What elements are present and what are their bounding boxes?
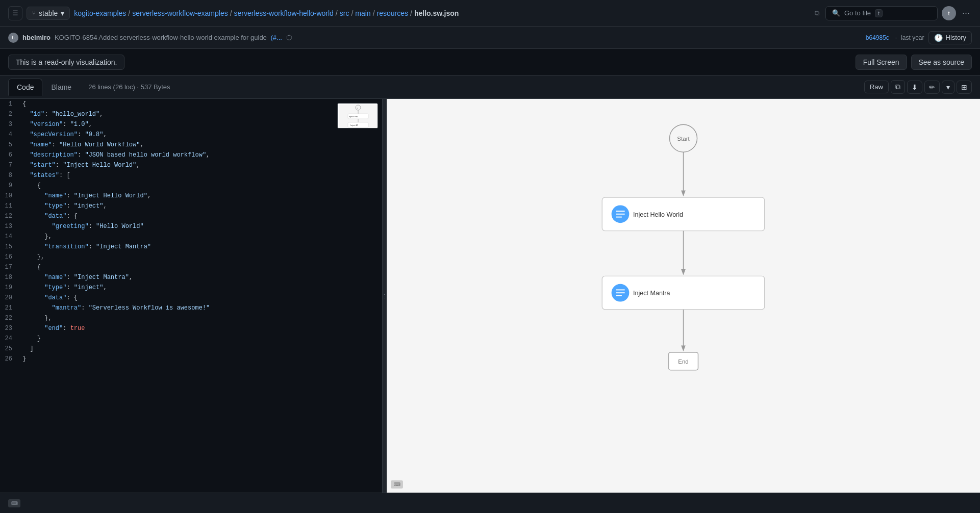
table-row: 23 "end": true <box>0 323 382 334</box>
history-button[interactable]: 🕐 History <box>928 31 972 44</box>
table-row: 20 "data": { <box>0 293 382 303</box>
line-number: 23 <box>0 323 20 334</box>
fullscreen-button[interactable]: Full Screen <box>856 55 907 70</box>
line-number: 5 <box>0 140 20 150</box>
line-code: "description": "JSON based hello world w… <box>20 150 382 160</box>
table-row: 4 "specVersion": "0.8", <box>0 130 382 140</box>
table-row: 19 "type": "inject", <box>0 283 382 293</box>
line-number: 12 <box>0 211 20 221</box>
search-icon: 🔍 <box>832 9 840 17</box>
line-number: 20 <box>0 293 20 303</box>
line-code: "states": [ <box>20 170 382 181</box>
edit-icon: ✏ <box>929 83 935 91</box>
chevron-down-icon: ▾ <box>946 83 950 91</box>
line-number: 18 <box>0 272 20 283</box>
breadcrumb-serverless-workflow-hello-world[interactable]: serverless-workflow-hello-world <box>234 9 334 17</box>
line-code: "id": "hello_world", <box>20 109 382 119</box>
line-code: { <box>20 99 382 109</box>
file-toolbar: Code Blame 26 lines (26 loc) · 537 Bytes… <box>0 75 980 99</box>
tab-blame[interactable]: Blame <box>42 79 80 96</box>
line-code: } <box>20 354 382 364</box>
tab-code[interactable]: Code <box>8 79 42 96</box>
line-code: { <box>20 181 382 191</box>
edit-chevron-button[interactable]: ▾ <box>942 81 954 94</box>
table-row: 5 "name": "Hello World Workflow", <box>0 140 382 150</box>
raw-button[interactable]: Raw <box>864 81 889 93</box>
table-row: 8 "states": [ <box>0 170 382 181</box>
copy-path-button[interactable]: ⧉ <box>813 7 821 19</box>
split-view-button[interactable]: ⊞ <box>957 81 972 94</box>
commit-pr-ref[interactable]: (#... <box>270 34 282 41</box>
table-row: 10 "name": "Inject Hello World", <box>0 191 382 201</box>
top-navbar: ☰ ⑂ stable ▾ kogito-examples / serverles… <box>0 0 980 27</box>
line-code: "name": "Inject Hello World", <box>20 191 382 201</box>
commit-bar: h hbelmiro KOGITO-6854 Added serverless-… <box>0 27 980 49</box>
viz-banner: This is a read-only visualization. Full … <box>0 49 980 75</box>
line-number: 16 <box>0 252 20 262</box>
line-code: } <box>20 334 382 344</box>
minimap-thumbnail: S Inject HW Inject M <box>337 103 378 129</box>
line-code: "version": "1.0", <box>20 119 382 130</box>
branch-selector[interactable]: ⑂ stable ▾ <box>27 7 70 20</box>
commit-time: last year <box>901 34 924 41</box>
copy-raw-button[interactable]: ⧉ <box>891 80 905 94</box>
svg-text:S: S <box>357 107 358 110</box>
search-kbd: t <box>875 9 883 17</box>
line-number: 8 <box>0 170 20 181</box>
breadcrumb-src[interactable]: src <box>340 9 349 17</box>
line-number: 4 <box>0 130 20 140</box>
line-number: 26 <box>0 354 20 364</box>
more-options-button[interactable]: ··· <box>960 6 972 20</box>
start-label: Start <box>677 136 690 142</box>
line-number: 3 <box>0 119 20 130</box>
line-number: 2 <box>0 109 20 119</box>
line-code: }, <box>20 313 382 323</box>
breadcrumb-resources[interactable]: resources <box>377 9 408 17</box>
code-table: 1 { 2 "id": "hello_world", 3 "version": … <box>0 99 382 364</box>
line-number: 15 <box>0 242 20 252</box>
history-label: History <box>946 34 966 41</box>
line-number: 7 <box>0 160 20 170</box>
diagram-kbd-icon: ⌨ <box>391 480 403 489</box>
table-row: 2 "id": "hello_world", <box>0 109 382 119</box>
line-number: 10 <box>0 191 20 201</box>
workflow-diagram: Start Inject Hello World Inject Mantra <box>387 99 980 493</box>
line-code: "data": { <box>20 211 382 221</box>
code-panel[interactable]: S Inject HW Inject M 1 { 2 "id": "hello_… <box>0 99 383 493</box>
copy-icon: ⧉ <box>815 9 819 17</box>
table-row: 16 }, <box>0 252 382 262</box>
line-code: "start": "Inject Hello World", <box>20 160 382 170</box>
commit-hash[interactable]: b64985c <box>866 34 889 41</box>
viz-actions: Full Screen See as source <box>856 55 972 70</box>
panel-divider[interactable]: ⋮ <box>383 99 387 493</box>
breadcrumb-serverless-workflow-examples[interactable]: serverless-workflow-examples <box>132 9 228 17</box>
line-code: "name": "Hello World Workflow", <box>20 140 382 150</box>
line-code: }, <box>20 232 382 242</box>
line-number: 21 <box>0 303 20 313</box>
download-button[interactable]: ⬇ <box>907 81 922 94</box>
line-number: 19 <box>0 283 20 293</box>
main-content: S Inject HW Inject M 1 { 2 "id": "hello_… <box>0 99 980 493</box>
line-number: 14 <box>0 232 20 242</box>
line-code: }, <box>20 252 382 262</box>
avatar[interactable]: t <box>942 6 956 20</box>
sidebar-toggle-button[interactable]: ☰ <box>8 6 22 20</box>
commit-message: KOGITO-6854 Added serverless-workflow-he… <box>55 34 862 41</box>
line-code: "specVersion": "0.8", <box>20 130 382 140</box>
line-code: "type": "inject", <box>20 283 382 293</box>
line-code: "greeting": "Hello World" <box>20 221 382 232</box>
search-box[interactable]: 🔍 Go to file t <box>825 6 938 20</box>
table-row: 21 "mantra": "Serverless Workflow is awe… <box>0 303 382 313</box>
edit-button[interactable]: ✏ <box>924 81 940 94</box>
line-code: "transition": "Inject Mantra" <box>20 242 382 252</box>
breadcrumb-main[interactable]: main <box>355 9 370 17</box>
table-row: 17 { <box>0 262 382 272</box>
line-number: 6 <box>0 150 20 160</box>
table-row: 12 "data": { <box>0 211 382 221</box>
diagram-panel: Start Inject Hello World Inject Mantra <box>387 99 980 493</box>
see-as-source-button[interactable]: See as source <box>911 55 972 70</box>
breadcrumb-kogito-examples[interactable]: kogito-examples <box>74 9 126 17</box>
commit-expand-icon[interactable]: ⬡ <box>286 34 292 41</box>
table-row: 24 } <box>0 334 382 344</box>
line-code: ] <box>20 344 382 354</box>
